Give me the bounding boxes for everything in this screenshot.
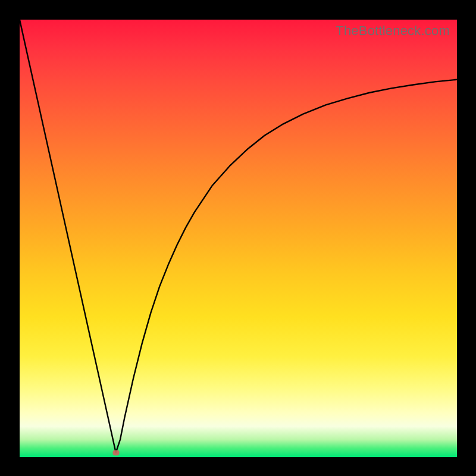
bottleneck-curve	[20, 20, 457, 457]
chart-plot-area: TheBottleneck.com	[20, 20, 457, 457]
minimum-point-marker	[112, 450, 119, 455]
watermark-text: TheBottleneck.com	[336, 23, 450, 39]
chart-frame: TheBottleneck.com	[0, 0, 476, 476]
